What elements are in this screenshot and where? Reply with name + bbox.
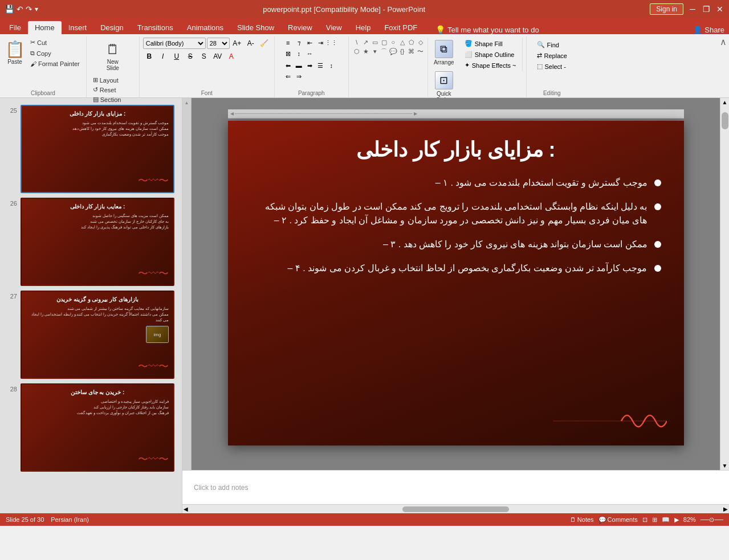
- shape-more[interactable]: ▾: [370, 47, 380, 56]
- view-reading-button[interactable]: 📖: [662, 516, 670, 524]
- shape-rect[interactable]: ▭: [370, 38, 380, 47]
- slide-thumbnail[interactable]: : خریدن به جای ساختن فرایند کارراجویی سی…: [21, 383, 174, 472]
- reset-button[interactable]: ↺Reset: [90, 85, 136, 95]
- align-left-button[interactable]: ⬅: [283, 60, 293, 71]
- scroll-left-button[interactable]: ◀: [182, 505, 189, 513]
- font-name-select[interactable]: Calibri (Body): [143, 38, 206, 49]
- minimize-button[interactable]: ─: [688, 5, 697, 14]
- increase-indent-button[interactable]: ⇥: [315, 38, 325, 48]
- scroll-right-button[interactable]: ▶: [722, 505, 729, 513]
- shape-arrow[interactable]: ↗: [361, 38, 370, 47]
- vertical-scrollbar[interactable]: ▲ ▼: [720, 98, 729, 470]
- horizontal-scroll-thumb[interactable]: [402, 506, 509, 512]
- align-text-button[interactable]: ↕: [294, 48, 304, 59]
- shape-effects-button[interactable]: ✦Shape Effects ~: [462, 60, 519, 70]
- tell-me-input[interactable]: 💡 Tell me what you want to do: [435, 25, 539, 34]
- align-right-button[interactable]: ➡: [304, 60, 315, 71]
- notes-button[interactable]: 🗒 Notes: [570, 516, 594, 523]
- notes-area[interactable]: Click to add notes: [182, 470, 729, 504]
- sign-in-button[interactable]: Sign in: [650, 3, 683, 15]
- view-slide-show-button[interactable]: ▶: [674, 516, 679, 524]
- increase-font-button[interactable]: A+: [231, 38, 243, 49]
- shape-arc[interactable]: ⌒: [380, 47, 389, 56]
- tab-design[interactable]: Design: [93, 21, 130, 34]
- shape-hexagon[interactable]: ⬡: [352, 47, 361, 56]
- list-item[interactable]: 25 : مزایای بازار کار داخلی موجب گسترش و…: [0, 103, 182, 195]
- share-button[interactable]: 👤 Share: [693, 26, 729, 34]
- zoom-slider[interactable]: ──⊙──: [701, 516, 723, 524]
- shape-brace[interactable]: ⌘: [407, 47, 416, 56]
- convert-button[interactable]: ↔: [304, 48, 315, 59]
- font-size-select[interactable]: 28: [207, 38, 230, 49]
- rtl-button[interactable]: ⇐: [283, 71, 293, 81]
- shape-round-rect[interactable]: ▢: [380, 38, 389, 47]
- tab-view[interactable]: View: [319, 21, 349, 34]
- shape-line[interactable]: \: [352, 38, 361, 47]
- paste-button[interactable]: 📋 Paste: [3, 38, 26, 75]
- align-center-button[interactable]: ▬: [294, 60, 304, 71]
- tab-slideshow[interactable]: Slide Show: [230, 21, 281, 34]
- list-item[interactable]: 28 : خریدن به جای ساختن فرایند کارراجویی…: [0, 381, 182, 474]
- font-color-button[interactable]: A: [225, 51, 238, 62]
- tab-animations[interactable]: Animations: [180, 21, 230, 34]
- shape-circle[interactable]: ○: [389, 38, 398, 47]
- view-normal-button[interactable]: ⊡: [642, 516, 647, 524]
- new-slide-button[interactable]: 🗒 New Slide: [99, 38, 127, 75]
- tab-foxit[interactable]: Foxit PDF: [377, 21, 424, 34]
- tab-review[interactable]: Review: [281, 21, 319, 34]
- redo-icon[interactable]: ↷: [26, 5, 32, 14]
- list-item[interactable]: 27 بازارهای کار بیرونی و گزینه خریدن ساز…: [0, 288, 182, 381]
- undo-icon[interactable]: ↶: [17, 5, 23, 14]
- bullets-button[interactable]: ≡: [283, 38, 293, 48]
- scroll-up-button[interactable]: ▲: [721, 98, 729, 107]
- customize-icon[interactable]: ▾: [35, 5, 38, 13]
- tab-file[interactable]: File: [2, 21, 28, 34]
- select-button[interactable]: ⬚Select -: [535, 62, 569, 71]
- arrange-button[interactable]: ⧉ Arrange: [430, 38, 458, 68]
- scroll-thumb[interactable]: [722, 112, 728, 129]
- shape-pentagon[interactable]: ⬠: [407, 38, 416, 47]
- ltr-button[interactable]: ⇒: [294, 71, 304, 81]
- slide-canvas[interactable]: : مزایای بازار کار داخلی موجب گسترش و تق…: [228, 121, 684, 445]
- slide-thumbnail[interactable]: بازارهای کار بیرونی و گزینه خریدن سازمان…: [21, 291, 174, 379]
- scroll-down-button[interactable]: ▼: [721, 461, 729, 470]
- shape-diamond[interactable]: ◇: [416, 38, 425, 47]
- tab-home[interactable]: Home: [28, 21, 62, 34]
- view-slide-sorter-button[interactable]: ⊞: [652, 516, 657, 524]
- char-spacing-button[interactable]: AV: [211, 51, 224, 62]
- comments-button[interactable]: 💬 Comments: [598, 516, 638, 524]
- shape-outline-button[interactable]: ⬜Shape Outline: [462, 50, 519, 59]
- list-item[interactable]: 26 : معایب بازار کار داخلی ممکن است مزیت…: [0, 195, 182, 288]
- shape-triangle[interactable]: △: [398, 38, 407, 47]
- tab-help[interactable]: Help: [349, 21, 378, 34]
- format-painter-button[interactable]: 🖌Format Painter: [27, 59, 83, 68]
- cut-button[interactable]: ✂Cut: [27, 38, 83, 47]
- copy-button[interactable]: ⧉Copy: [27, 48, 83, 58]
- tab-transitions[interactable]: Transitions: [131, 21, 180, 34]
- close-button[interactable]: ✕: [715, 5, 724, 14]
- save-icon[interactable]: 💾: [5, 5, 14, 14]
- shape-star[interactable]: ★: [361, 47, 370, 56]
- shape-fill-button[interactable]: 🪣Shape Fill: [462, 39, 519, 48]
- columns-button[interactable]: ⋮⋮: [326, 38, 336, 48]
- section-button[interactable]: ▤Section: [90, 95, 136, 104]
- strikethrough-button[interactable]: S: [184, 51, 197, 62]
- find-button[interactable]: 🔍Find: [535, 40, 569, 50]
- underline-button[interactable]: U: [170, 51, 183, 62]
- shape-equation[interactable]: {}: [398, 47, 407, 56]
- numbering-button[interactable]: ⁊: [294, 38, 304, 48]
- slide-thumbnail[interactable]: : مزایای بازار کار داخلی موجب گسترش و تق…: [21, 105, 174, 193]
- smartart-button[interactable]: ⊠: [283, 48, 293, 59]
- line-spacing-button[interactable]: ↕: [326, 60, 336, 71]
- replace-button[interactable]: ⇄Replace: [535, 51, 569, 60]
- restore-button[interactable]: ❐: [702, 5, 711, 14]
- italic-button[interactable]: I: [157, 51, 169, 62]
- clear-format-button[interactable]: 🧹: [258, 38, 271, 49]
- ribbon-collapse-button[interactable]: ∧: [720, 36, 727, 47]
- shadow-button[interactable]: S: [198, 51, 210, 62]
- shape-callout[interactable]: 💬: [389, 47, 398, 56]
- tab-insert[interactable]: Insert: [62, 21, 94, 34]
- layout-button[interactable]: ⊞Layout: [90, 75, 136, 85]
- justify-button[interactable]: ☰: [315, 60, 325, 71]
- decrease-font-button[interactable]: A-: [245, 38, 257, 49]
